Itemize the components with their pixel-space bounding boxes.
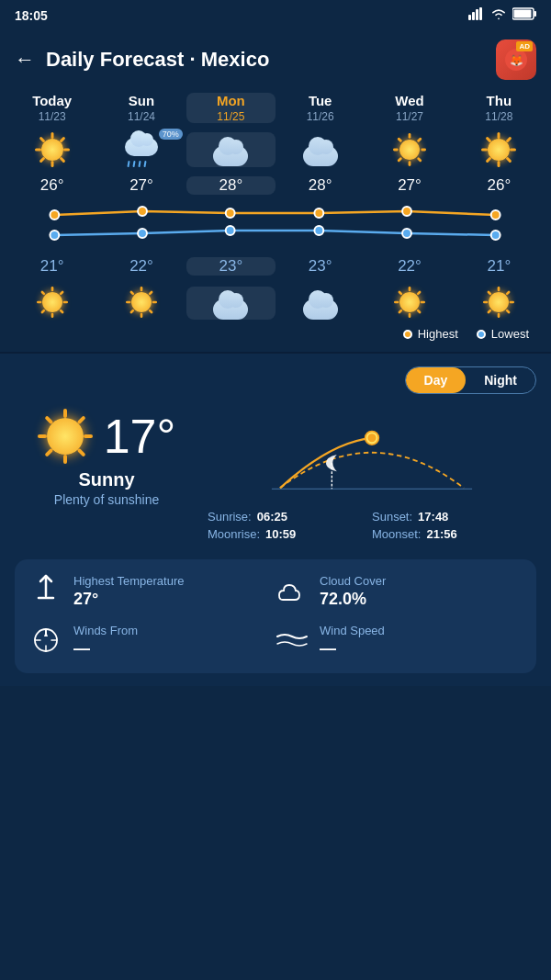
detail-highest-temp: Highest Temperature 27° <box>29 574 276 609</box>
icon-wed <box>365 132 454 167</box>
night-button[interactable]: Night <box>466 367 535 393</box>
svg-rect-14 <box>39 156 45 163</box>
svg-point-42 <box>314 226 323 235</box>
svg-rect-30 <box>486 156 492 163</box>
svg-point-33 <box>50 210 59 220</box>
highest-dot <box>403 330 412 339</box>
bottom-icon-tue <box>276 287 365 320</box>
detail-wind-speed: Wind Speed — <box>276 624 522 659</box>
status-bar: 18:05 <box>0 0 551 30</box>
wifi-icon <box>490 7 507 23</box>
svg-text:🦊: 🦊 <box>510 53 523 67</box>
day-mon[interactable]: Mon 11/25 <box>186 93 276 123</box>
weather-icons-row: 70% <box>7 127 544 173</box>
icon-mon <box>186 132 276 167</box>
svg-rect-12 <box>59 156 65 163</box>
svg-rect-32 <box>486 137 492 143</box>
svg-rect-26 <box>506 137 512 143</box>
svg-rect-77 <box>63 409 67 418</box>
time-display: 18:05 <box>15 8 48 23</box>
svg-rect-53 <box>141 287 143 291</box>
svg-marker-96 <box>44 631 48 636</box>
page-title: Daily Forecast · Mexico <box>46 48 269 72</box>
sun-arc-container <box>208 409 536 501</box>
current-sun-icon <box>38 409 93 464</box>
header: ← Daily Forecast · Mexico 🦊 <box>0 30 551 93</box>
day-button[interactable]: Day <box>406 367 467 393</box>
svg-point-39 <box>50 231 59 240</box>
svg-point-36 <box>314 208 323 218</box>
svg-rect-73 <box>498 313 500 318</box>
detail-winds-from: Winds From — <box>29 624 276 659</box>
svg-rect-81 <box>63 455 67 464</box>
svg-rect-80 <box>76 448 85 457</box>
day-today[interactable]: Today 11/23 <box>7 93 96 123</box>
svg-rect-49 <box>51 313 53 318</box>
svg-rect-1 <box>472 12 475 20</box>
details-card: Highest Temperature 27° Cloud Cover 72.0… <box>15 559 536 673</box>
legend-highest: Highest <box>403 327 458 341</box>
svg-rect-27 <box>510 149 516 152</box>
current-left: 17° Sunny Plenty of sunshine <box>15 409 198 507</box>
svg-rect-18 <box>417 137 422 142</box>
svg-rect-20 <box>417 157 422 163</box>
svg-rect-71 <box>510 301 514 304</box>
signal-icon <box>468 7 485 23</box>
svg-rect-61 <box>409 287 411 291</box>
svg-rect-67 <box>394 301 399 304</box>
legend-lowest: Lowest <box>477 327 529 341</box>
svg-rect-45 <box>51 287 53 291</box>
svg-point-41 <box>226 226 235 235</box>
svg-rect-21 <box>409 161 411 166</box>
svg-rect-10 <box>59 137 65 143</box>
svg-rect-75 <box>483 301 488 304</box>
back-button[interactable]: ← <box>15 48 35 72</box>
svg-rect-57 <box>141 313 143 318</box>
svg-rect-78 <box>76 415 85 424</box>
svg-rect-83 <box>38 434 47 438</box>
svg-rect-23 <box>393 149 399 152</box>
bottom-section: Day Night <box>0 354 551 686</box>
svg-point-34 <box>138 207 147 216</box>
status-icons <box>468 7 536 23</box>
details-grid: Highest Temperature 27° Cloud Cover 72.0… <box>29 574 522 659</box>
svg-rect-56 <box>148 309 153 314</box>
svg-point-86 <box>367 434 376 442</box>
chart-legend: Highest Lowest <box>7 323 544 352</box>
svg-rect-79 <box>84 434 93 438</box>
svg-rect-28 <box>506 156 512 163</box>
low-temps-row: 21° 22° 23° 23° 22° 21° <box>7 253 544 279</box>
day-tue[interactable]: Tue 11/26 <box>276 93 365 123</box>
bottom-icon-mon <box>186 287 276 320</box>
svg-rect-84 <box>44 415 53 424</box>
svg-rect-29 <box>498 161 500 167</box>
sun-moon-times: Sunrise: 06:25 Sunset: 17:48 Moonrise: 1… <box>208 510 536 541</box>
day-wed[interactable]: Wed 11/27 <box>365 93 454 123</box>
current-description: Plenty of sunshine <box>54 492 159 507</box>
svg-rect-15 <box>35 149 41 152</box>
svg-point-40 <box>138 229 147 238</box>
svg-rect-16 <box>39 137 45 143</box>
svg-rect-0 <box>468 15 471 20</box>
cloud-cover-icon <box>276 574 309 607</box>
winds-from-icon <box>29 624 62 657</box>
current-temperature: 17° <box>104 412 176 460</box>
day-sun[interactable]: Sun 11/24 <box>96 93 186 123</box>
bottom-icon-today <box>7 287 96 320</box>
svg-rect-51 <box>37 301 41 304</box>
svg-rect-64 <box>416 309 422 314</box>
lowest-dot <box>477 330 486 339</box>
svg-rect-47 <box>62 301 67 304</box>
highest-temp-icon <box>29 574 62 607</box>
svg-rect-31 <box>481 149 488 152</box>
forecast-section: Today 11/23 Sun 11/24 Mon 11/25 Tue 11/2… <box>0 93 551 352</box>
current-weather: 17° Sunny Plenty of sunshine <box>15 409 536 541</box>
svg-rect-5 <box>514 10 532 18</box>
detail-cloud-cover: Cloud Cover 72.0% <box>276 574 522 609</box>
day-thu[interactable]: Thu 11/28 <box>455 93 544 123</box>
svg-rect-9 <box>51 132 53 139</box>
icon-tue <box>276 132 365 167</box>
battery-icon <box>512 7 536 23</box>
ad-badge: 🦊 <box>496 39 536 80</box>
svg-rect-25 <box>498 132 500 139</box>
